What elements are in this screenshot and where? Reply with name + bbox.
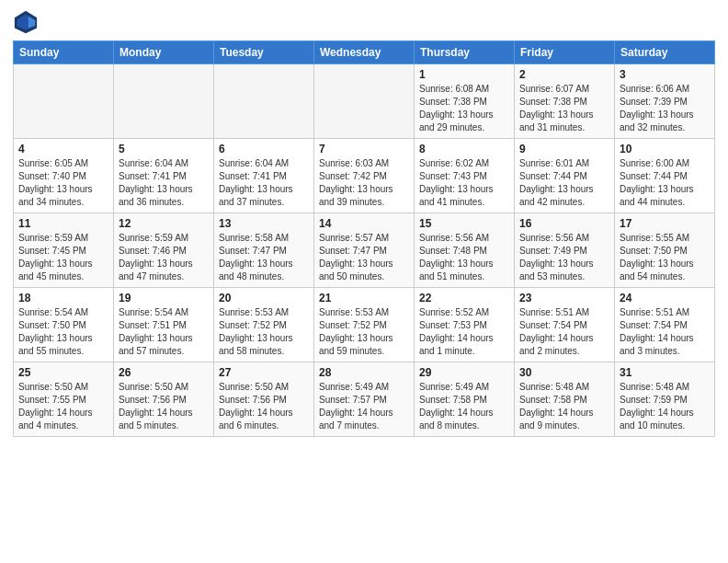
calendar-cell: 8Sunrise: 6:02 AMSunset: 7:43 PMDaylight… <box>415 139 515 213</box>
day-number: 15 <box>419 217 509 230</box>
calendar-cell <box>14 64 114 139</box>
calendar-cell: 4Sunrise: 6:05 AMSunset: 7:40 PMDaylight… <box>14 139 114 213</box>
day-info: Sunrise: 6:08 AMSunset: 7:38 PMDaylight:… <box>419 83 509 134</box>
calendar-cell: 24Sunrise: 5:51 AMSunset: 7:54 PMDayligh… <box>615 288 715 362</box>
day-info: Sunrise: 6:02 AMSunset: 7:43 PMDaylight:… <box>419 157 509 209</box>
calendar-cell: 13Sunrise: 5:58 AMSunset: 7:47 PMDayligh… <box>214 213 314 288</box>
day-number: 16 <box>519 217 609 230</box>
calendar-cell: 16Sunrise: 5:56 AMSunset: 7:49 PMDayligh… <box>515 213 615 288</box>
calendar-cell: 12Sunrise: 5:59 AMSunset: 7:46 PMDayligh… <box>114 213 214 288</box>
calendar-cell: 10Sunrise: 6:00 AMSunset: 7:44 PMDayligh… <box>615 139 715 213</box>
day-number: 23 <box>519 292 609 304</box>
day-info: Sunrise: 5:56 AMSunset: 7:48 PMDaylight:… <box>419 232 509 283</box>
day-info: Sunrise: 6:01 AMSunset: 7:44 PMDaylight:… <box>519 157 609 209</box>
calendar-cell: 9Sunrise: 6:01 AMSunset: 7:44 PMDaylight… <box>515 139 615 213</box>
day-info: Sunrise: 5:55 AMSunset: 7:50 PMDaylight:… <box>620 232 710 283</box>
calendar-cell: 11Sunrise: 5:59 AMSunset: 7:45 PMDayligh… <box>14 213 114 288</box>
day-number: 1 <box>419 68 509 81</box>
header <box>13 9 715 35</box>
day-number: 7 <box>319 143 409 155</box>
day-number: 19 <box>119 292 209 304</box>
day-number: 12 <box>119 217 209 230</box>
day-info: Sunrise: 5:57 AMSunset: 7:47 PMDaylight:… <box>319 232 409 283</box>
day-info: Sunrise: 6:05 AMSunset: 7:40 PMDaylight:… <box>18 157 108 209</box>
calendar-cell: 31Sunrise: 5:48 AMSunset: 7:59 PMDayligh… <box>615 362 715 437</box>
day-number: 6 <box>219 143 309 155</box>
calendar-cell: 20Sunrise: 5:53 AMSunset: 7:52 PMDayligh… <box>214 288 314 362</box>
day-number: 31 <box>620 366 710 379</box>
day-info: Sunrise: 5:51 AMSunset: 7:54 PMDaylight:… <box>519 306 609 358</box>
day-info: Sunrise: 6:03 AMSunset: 7:42 PMDaylight:… <box>319 157 409 209</box>
weekday-header: Thursday <box>415 41 515 64</box>
day-info: Sunrise: 5:52 AMSunset: 7:53 PMDaylight:… <box>419 306 509 358</box>
calendar-cell: 28Sunrise: 5:49 AMSunset: 7:57 PMDayligh… <box>314 362 415 437</box>
calendar-row: 1Sunrise: 6:08 AMSunset: 7:38 PMDaylight… <box>14 64 715 139</box>
day-number: 18 <box>18 292 108 304</box>
calendar-cell: 14Sunrise: 5:57 AMSunset: 7:47 PMDayligh… <box>314 213 415 288</box>
day-number: 25 <box>18 366 108 379</box>
calendar-cell: 25Sunrise: 5:50 AMSunset: 7:55 PMDayligh… <box>14 362 114 437</box>
calendar-cell: 22Sunrise: 5:52 AMSunset: 7:53 PMDayligh… <box>415 288 515 362</box>
day-number: 29 <box>419 366 509 379</box>
day-info: Sunrise: 6:00 AMSunset: 7:44 PMDaylight:… <box>620 157 710 209</box>
day-number: 27 <box>219 366 309 379</box>
day-info: Sunrise: 5:49 AMSunset: 7:57 PMDaylight:… <box>319 381 409 432</box>
weekday-header-row: SundayMondayTuesdayWednesdayThursdayFrid… <box>14 41 715 64</box>
day-info: Sunrise: 5:48 AMSunset: 7:59 PMDaylight:… <box>620 381 710 432</box>
day-info: Sunrise: 5:50 AMSunset: 7:56 PMDaylight:… <box>219 381 309 432</box>
day-info: Sunrise: 5:51 AMSunset: 7:54 PMDaylight:… <box>620 306 710 358</box>
weekday-header: Saturday <box>615 41 715 64</box>
calendar-cell: 19Sunrise: 5:54 AMSunset: 7:51 PMDayligh… <box>114 288 214 362</box>
day-number: 28 <box>319 366 409 379</box>
calendar-cell: 15Sunrise: 5:56 AMSunset: 7:48 PMDayligh… <box>415 213 515 288</box>
day-info: Sunrise: 6:04 AMSunset: 7:41 PMDaylight:… <box>219 157 309 209</box>
calendar-cell: 2Sunrise: 6:07 AMSunset: 7:38 PMDaylight… <box>515 64 615 139</box>
day-number: 24 <box>620 292 710 304</box>
day-number: 10 <box>620 143 710 155</box>
day-number: 2 <box>519 68 609 81</box>
day-number: 26 <box>119 366 209 379</box>
day-info: Sunrise: 5:50 AMSunset: 7:55 PMDaylight:… <box>18 381 108 432</box>
weekday-header: Friday <box>515 41 615 64</box>
calendar-cell: 30Sunrise: 5:48 AMSunset: 7:58 PMDayligh… <box>515 362 615 437</box>
calendar-cell: 29Sunrise: 5:49 AMSunset: 7:58 PMDayligh… <box>415 362 515 437</box>
day-number: 20 <box>219 292 309 304</box>
weekday-header: Monday <box>114 41 214 64</box>
day-info: Sunrise: 5:48 AMSunset: 7:58 PMDaylight:… <box>519 381 609 432</box>
day-number: 9 <box>519 143 609 155</box>
day-info: Sunrise: 6:07 AMSunset: 7:38 PMDaylight:… <box>519 83 609 134</box>
weekday-header: Wednesday <box>314 41 415 64</box>
calendar-cell: 17Sunrise: 5:55 AMSunset: 7:50 PMDayligh… <box>615 213 715 288</box>
calendar-row: 4Sunrise: 6:05 AMSunset: 7:40 PMDaylight… <box>14 139 715 213</box>
day-info: Sunrise: 5:49 AMSunset: 7:58 PMDaylight:… <box>419 381 509 432</box>
calendar-cell: 6Sunrise: 6:04 AMSunset: 7:41 PMDaylight… <box>214 139 314 213</box>
calendar-cell <box>114 64 214 139</box>
day-info: Sunrise: 5:54 AMSunset: 7:50 PMDaylight:… <box>18 306 108 358</box>
day-info: Sunrise: 5:54 AMSunset: 7:51 PMDaylight:… <box>119 306 209 358</box>
calendar-cell <box>214 64 314 139</box>
weekday-header: Sunday <box>14 41 114 64</box>
calendar-cell: 26Sunrise: 5:50 AMSunset: 7:56 PMDayligh… <box>114 362 214 437</box>
logo-icon <box>13 9 39 35</box>
calendar-row: 11Sunrise: 5:59 AMSunset: 7:45 PMDayligh… <box>14 213 715 288</box>
calendar-cell: 23Sunrise: 5:51 AMSunset: 7:54 PMDayligh… <box>515 288 615 362</box>
day-info: Sunrise: 5:58 AMSunset: 7:47 PMDaylight:… <box>219 232 309 283</box>
day-info: Sunrise: 5:56 AMSunset: 7:49 PMDaylight:… <box>519 232 609 283</box>
day-info: Sunrise: 6:04 AMSunset: 7:41 PMDaylight:… <box>119 157 209 209</box>
day-number: 21 <box>319 292 409 304</box>
day-info: Sunrise: 5:59 AMSunset: 7:46 PMDaylight:… <box>119 232 209 283</box>
calendar-cell: 21Sunrise: 5:53 AMSunset: 7:52 PMDayligh… <box>314 288 415 362</box>
calendar-table: SundayMondayTuesdayWednesdayThursdayFrid… <box>13 40 715 437</box>
page: SundayMondayTuesdayWednesdayThursdayFrid… <box>0 0 728 563</box>
day-number: 17 <box>620 217 710 230</box>
day-info: Sunrise: 5:50 AMSunset: 7:56 PMDaylight:… <box>119 381 209 432</box>
day-number: 30 <box>519 366 609 379</box>
logo <box>13 9 42 35</box>
day-number: 22 <box>419 292 509 304</box>
calendar-row: 25Sunrise: 5:50 AMSunset: 7:55 PMDayligh… <box>14 362 715 437</box>
day-info: Sunrise: 5:53 AMSunset: 7:52 PMDaylight:… <box>219 306 309 358</box>
calendar-cell: 18Sunrise: 5:54 AMSunset: 7:50 PMDayligh… <box>14 288 114 362</box>
day-number: 14 <box>319 217 409 230</box>
calendar-cell: 1Sunrise: 6:08 AMSunset: 7:38 PMDaylight… <box>415 64 515 139</box>
calendar-cell: 3Sunrise: 6:06 AMSunset: 7:39 PMDaylight… <box>615 64 715 139</box>
